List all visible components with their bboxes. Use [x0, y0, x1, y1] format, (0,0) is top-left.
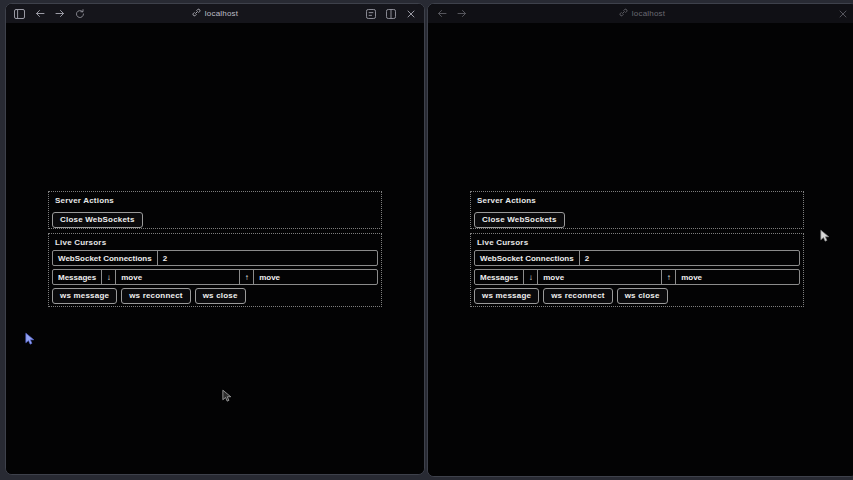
connections-label: WebSocket Connections	[53, 251, 158, 265]
panel-title: Live Cursors	[55, 238, 378, 247]
ws-close-button[interactable]: ws close	[617, 288, 668, 304]
forward-icon[interactable]	[53, 7, 66, 20]
ws-message-button[interactable]: ws message	[474, 288, 539, 304]
arrow-up-icon: ↑	[240, 270, 254, 284]
url-display[interactable]: localhost	[428, 4, 853, 23]
connections-label: WebSocket Connections	[475, 251, 580, 265]
ws-reconnect-button[interactable]: ws reconnect	[543, 288, 613, 304]
ws-reconnect-button[interactable]: ws reconnect	[121, 288, 191, 304]
connections-value: 2	[158, 251, 377, 265]
server-actions-panel: Server Actions Close WebSockets	[48, 191, 382, 229]
close-icon[interactable]	[836, 7, 849, 20]
titlebar[interactable]: localhost	[428, 4, 853, 23]
ws-message-button[interactable]: ws message	[52, 288, 117, 304]
server-actions-panel: Server Actions Close WebSockets	[470, 191, 804, 229]
close-icon[interactable]	[404, 7, 417, 20]
connections-row: WebSocket Connections 2	[52, 250, 378, 266]
link-icon	[619, 8, 628, 19]
page-content: Server Actions Close WebSockets Live Cur…	[6, 23, 424, 474]
reload-icon[interactable]	[73, 7, 86, 20]
panel-title: Server Actions	[55, 196, 378, 205]
close-websockets-button[interactable]: Close WebSockets	[52, 212, 143, 228]
arrow-up-icon: ↑	[662, 270, 676, 284]
arrow-down-icon: ↓	[524, 270, 538, 284]
reader-icon[interactable]	[364, 7, 377, 20]
live-cursors-panel: Live Cursors WebSocket Connections 2 Mes…	[48, 233, 382, 307]
link-icon	[192, 8, 201, 19]
browser-window-right: localhost Server Actions Close WebSocket…	[427, 3, 853, 477]
url-text: localhost	[205, 9, 238, 18]
live-cursors-panel: Live Cursors WebSocket Connections 2 Mes…	[470, 233, 804, 307]
messages-label: Messages	[53, 270, 102, 284]
panel-title: Server Actions	[477, 196, 800, 205]
connections-row: WebSocket Connections 2	[474, 250, 800, 266]
panel-title: Live Cursors	[477, 238, 800, 247]
back-icon[interactable]	[33, 7, 46, 20]
messages-row: Messages ↓ move ↑ move	[52, 269, 378, 285]
messages-row: Messages ↓ move ↑ move	[474, 269, 800, 285]
forward-icon[interactable]	[455, 7, 468, 20]
split-view-icon[interactable]	[384, 7, 397, 20]
ws-close-button[interactable]: ws close	[195, 288, 246, 304]
outgoing-message-value: move	[676, 270, 799, 284]
close-websockets-button[interactable]: Close WebSockets	[474, 212, 565, 228]
arrow-down-icon: ↓	[102, 270, 116, 284]
incoming-message-value: move	[116, 270, 240, 284]
back-icon[interactable]	[435, 7, 448, 20]
titlebar[interactable]: localhost	[6, 4, 424, 23]
incoming-message-value: move	[538, 270, 662, 284]
page-content: Server Actions Close WebSockets Live Cur…	[428, 23, 853, 476]
desktop: { "colors": { "desktop_bg": "#282a33", "…	[0, 0, 853, 480]
sidebar-icon[interactable]	[13, 7, 26, 20]
url-text: localhost	[632, 9, 665, 18]
outgoing-message-value: move	[254, 270, 377, 284]
connections-value: 2	[580, 251, 799, 265]
browser-window-left: localhost Server Actions Close WebSocket…	[5, 3, 425, 475]
messages-label: Messages	[475, 270, 524, 284]
